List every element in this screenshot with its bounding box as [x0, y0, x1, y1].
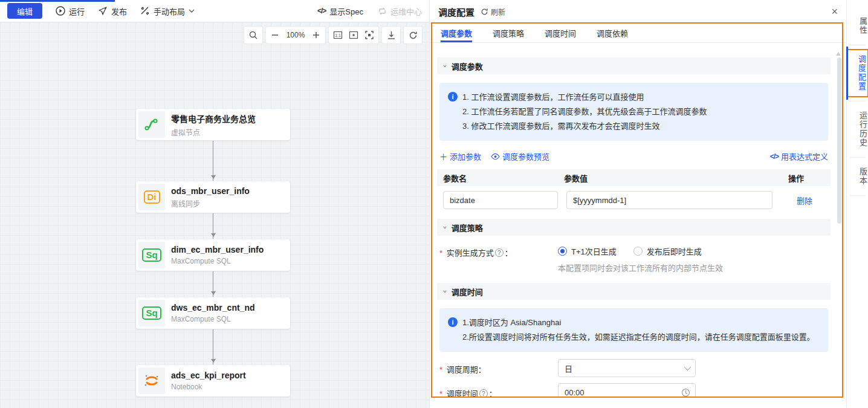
expression-define-button[interactable]: </> 用表达式定义 [770, 151, 828, 162]
help-icon[interactable]: ? [479, 389, 488, 398]
section-schedule-time[interactable]: ˅ 调度时间 [437, 283, 831, 300]
cycle-label: 调度周期： [439, 362, 558, 375]
maxcompute-sql-icon: Sq [138, 242, 165, 268]
params-table-header: 参数名 参数值 操作 [437, 169, 831, 186]
schedule-config-panel: 调度配置 刷新 × 调度参数 调度策略 调度时间 调度依赖 ˅ 调度参数 i 1… [429, 0, 846, 408]
tab-schedule-params[interactable]: 调度参数 [441, 23, 472, 42]
info-line: 1.调度时区为 Asia/Shanghai [462, 316, 815, 330]
node-type: Notebook [171, 383, 246, 391]
edge-1-2 [213, 141, 213, 181]
panel-tabs: 调度参数 调度策略 调度时间 调度依赖 [430, 23, 846, 43]
info-icon: i [448, 317, 458, 327]
refresh-button[interactable]: 刷新 [481, 7, 505, 17]
canvas-search-icon[interactable] [248, 30, 259, 40]
panel-title: 调度配置 [438, 5, 474, 18]
zoom-out-button[interactable] [270, 30, 280, 40]
sidebar-item-properties[interactable]: 属性 [847, 11, 868, 41]
layout-icon [140, 6, 150, 16]
node-ods-mbr-user-info[interactable]: Di ods_mbr_user_info 离线同步 [136, 181, 290, 213]
maxcompute-sql-icon: Sq [138, 300, 165, 326]
divider [849, 101, 866, 102]
cycle-select[interactable]: 日 [558, 359, 696, 377]
edit-button[interactable]: 编辑 [7, 3, 42, 19]
params-info-box: i 1. 工作流设置调度参数后，工作流任务可以直接使用 2. 工作流任务若配置了… [439, 83, 828, 141]
manual-layout-dropdown[interactable]: 手动布局 [140, 5, 195, 17]
node-ads-ec-kpi-report[interactable]: ads_ec_kpi_report Notebook [136, 365, 290, 397]
radio-t-plus-1[interactable]: T+1次日生成 [558, 245, 617, 257]
refresh-icon [481, 8, 488, 16]
ops-center-button[interactable]: 运维中心 [378, 5, 422, 17]
param-value-input[interactable] [566, 191, 772, 209]
radio-icon [633, 247, 643, 256]
param-name-input[interactable] [443, 191, 558, 209]
collapse-chevron-icon: ˅ [443, 289, 447, 294]
send-icon [98, 6, 108, 16]
section-schedule-strategy[interactable]: ˅ 调度策略 [437, 219, 831, 236]
actual-size-button[interactable]: 1:1 [332, 30, 343, 40]
sidebar-item-version[interactable]: 版本 [847, 161, 868, 192]
info-icon: i [448, 92, 458, 102]
zoom-in-button[interactable] [311, 30, 322, 40]
chevron-down-icon [189, 8, 195, 13]
info-line: 3. 修改工作流调度参数后，需再次发布才会在调度时生效 [462, 119, 707, 134]
instance-mode-label: 实例生成方式?： [439, 245, 558, 258]
tab-schedule-time[interactable]: 调度时间 [545, 23, 576, 42]
radio-icon [558, 247, 567, 256]
download-image-button[interactable] [386, 30, 397, 40]
instance-mode-note: 本配置项同时会对该工作流所有的内部节点生效 [558, 262, 828, 273]
node-type: 虚拟节点 [171, 127, 256, 137]
node-title: 零售电子商务业务总览 [171, 112, 256, 125]
fullscreen-button[interactable] [364, 30, 375, 40]
scrollbar-up-arrow[interactable] [836, 50, 841, 56]
sidebar-item-schedule-config[interactable]: 调度配置 [847, 49, 868, 97]
close-icon[interactable]: × [831, 6, 838, 17]
zoom-level: 100% [285, 31, 306, 39]
run-button[interactable]: 运行 [56, 5, 85, 17]
collapse-chevron-icon: ˅ [443, 225, 447, 230]
workflow-canvas[interactable]: 100% 1:1 [0, 22, 429, 408]
main-toolbar: 编辑 运行 发布 手动布局 </> 显示Spec 运维中心 [0, 0, 429, 22]
delete-param-button[interactable]: 删除 [797, 195, 824, 206]
info-line: 2. 工作流任务若配置了同名调度参数，其优先级会高于工作流调度参数 [462, 105, 707, 119]
add-param-button[interactable]: ＋ 添加参数 [439, 151, 481, 162]
notebook-icon [138, 368, 165, 394]
clock-icon [681, 388, 690, 397]
svg-text:1:1: 1:1 [335, 33, 341, 37]
play-icon [56, 6, 65, 16]
time-info-box: i 1.调度时区为 Asia/Shanghai 2.所设置调度时间将对所有任务生… [439, 308, 828, 352]
collapse-chevron-icon: ˅ [443, 63, 447, 69]
node-dws-ec-mbr-cnt-nd[interactable]: Sq dws_ec_mbr_cnt_nd MaxCompute SQL [136, 297, 290, 329]
edge-3-4 [213, 271, 213, 297]
plus-icon: ＋ [439, 151, 447, 162]
edge-4-5 [213, 329, 213, 364]
divider [849, 45, 866, 45]
code-icon: </> [317, 7, 326, 15]
node-virtual-overview[interactable]: 零售电子商务业务总览 虚拟节点 [136, 109, 290, 140]
edge-2-3 [213, 213, 213, 239]
node-title: ads_ec_kpi_report [171, 371, 246, 380]
param-preview-button[interactable]: 调度参数预览 [491, 151, 549, 162]
radio-immediate[interactable]: 发布后即时生成 [633, 245, 702, 257]
time-input[interactable] [558, 383, 696, 397]
node-dim-ec-mbr-user-info[interactable]: Sq dim_ec_mbr_user_info MaxCompute SQL [136, 239, 290, 271]
sidebar-item-run-history[interactable]: 运行历史 [847, 105, 868, 154]
instance-mode-radios: T+1次日生成 发布后即时生成 [558, 245, 828, 257]
panel-content: ˅ 调度参数 i 1. 工作流设置调度参数后，工作流任务可以直接使用 2. 工作… [432, 43, 835, 397]
info-line: 1. 工作流设置调度参数后，工作流任务可以直接使用 [462, 90, 707, 105]
node-type: 离线同步 [171, 198, 250, 209]
chevron-down-icon [684, 364, 691, 371]
publish-button[interactable]: 发布 [98, 5, 127, 17]
node-title: ods_mbr_user_info [171, 186, 250, 196]
ops-center-icon [378, 7, 387, 16]
help-icon[interactable]: ? [495, 248, 504, 257]
fit-view-button[interactable] [348, 30, 359, 40]
tab-schedule-dependency[interactable]: 调度依赖 [597, 23, 628, 42]
time-label: 调度时间?： [439, 386, 558, 398]
panel-scrollbar[interactable] [837, 57, 841, 224]
divider [849, 157, 866, 158]
refresh-canvas-button[interactable] [407, 30, 418, 40]
show-spec-button[interactable]: </> 显示Spec [317, 5, 363, 17]
node-type: MaxCompute SQL [171, 257, 264, 265]
section-schedule-params[interactable]: ˅ 调度参数 [437, 57, 831, 74]
tab-schedule-strategy[interactable]: 调度策略 [493, 23, 524, 42]
